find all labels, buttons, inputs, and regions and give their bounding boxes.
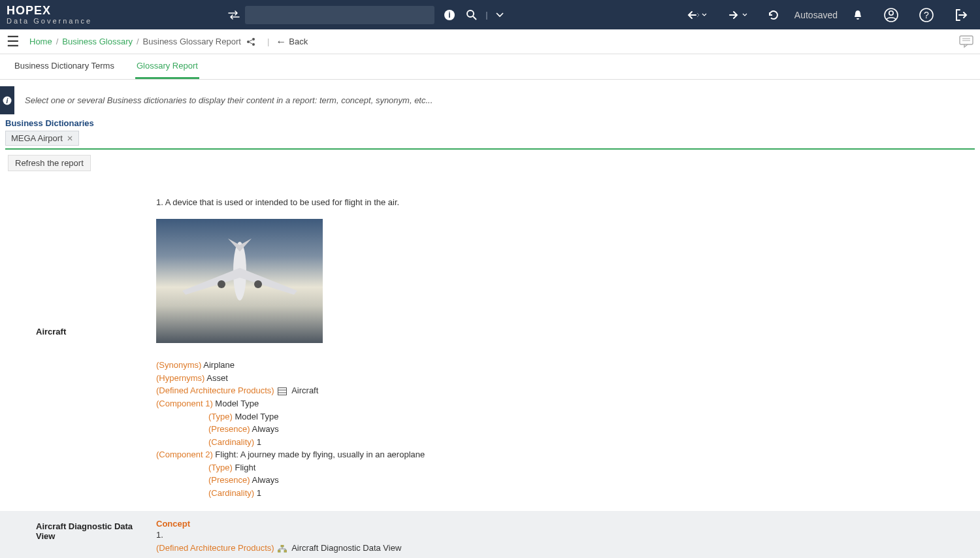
back-button[interactable]: ← Back bbox=[276, 36, 308, 48]
meta-comp1-cardinality: (Cardinality) 1 bbox=[208, 436, 971, 449]
info-icon[interactable]: i bbox=[444, 9, 455, 21]
info-banner: i Select one or several Business diction… bbox=[0, 86, 980, 114]
top-right-group: Autosaved ? bbox=[681, 7, 973, 23]
svg-line-11 bbox=[250, 40, 252, 41]
meta-component1: (Component 1) Model Type bbox=[156, 397, 971, 410]
top-bar: HOPEX Data Governance i | Autosaved bbox=[0, 0, 980, 29]
svg-rect-26 bbox=[284, 550, 287, 552]
term-definition-num: 1. bbox=[156, 529, 971, 542]
separator: | bbox=[485, 10, 487, 20]
meta-comp1-type: (Type) Model Type bbox=[208, 410, 971, 423]
undo-button[interactable] bbox=[686, 10, 707, 20]
meta-comp2-type: (Type) Flight bbox=[208, 461, 971, 474]
svg-line-12 bbox=[250, 42, 252, 44]
bell-icon[interactable] bbox=[852, 9, 864, 21]
chevron-down-icon[interactable] bbox=[496, 11, 504, 19]
report-row-aircraft: Aircraft 1. A device that is used or int… bbox=[0, 189, 980, 511]
refresh-icon[interactable] bbox=[767, 8, 780, 22]
svg-point-5 bbox=[889, 10, 893, 14]
term-definition: 1. A device that is used or intended to … bbox=[156, 197, 971, 207]
search-icon[interactable] bbox=[466, 9, 478, 21]
help-icon[interactable]: ? bbox=[919, 7, 934, 23]
breadcrumb-bar: ☰ Home / Business Glossary / Business Gl… bbox=[0, 29, 980, 54]
crumb-current: Business Glossary Report bbox=[143, 37, 241, 46]
menu-icon[interactable]: ☰ bbox=[7, 33, 20, 50]
meta-hypernyms: (Hypernyms) Asset bbox=[156, 372, 971, 385]
logo: HOPEX Data Governance bbox=[7, 5, 92, 25]
tabs: Business Dictionary Terms Glossary Repor… bbox=[0, 54, 980, 80]
meta-comp2-presence: (Presence) Always bbox=[208, 474, 971, 487]
svg-point-2 bbox=[467, 10, 474, 17]
crumb-glossary[interactable]: Business Glossary bbox=[62, 37, 133, 46]
term-detail: 1. A device that is used or intended to … bbox=[147, 189, 980, 511]
comment-icon[interactable] bbox=[959, 35, 973, 48]
hierarchy-icon bbox=[278, 542, 287, 555]
share-icon[interactable] bbox=[246, 37, 255, 46]
arrow-left-icon: ← bbox=[276, 36, 286, 48]
search-input[interactable] bbox=[245, 6, 434, 24]
back-label: Back bbox=[289, 37, 308, 46]
dictionaries-section: Business Dictionaries MEGA Airport ✕ Ref… bbox=[0, 114, 980, 176]
svg-rect-24 bbox=[281, 545, 284, 547]
svg-point-8 bbox=[252, 38, 255, 41]
glossary-report: Aircraft 1. A device that is used or int… bbox=[0, 189, 980, 558]
svg-line-3 bbox=[473, 16, 476, 20]
svg-text:i: i bbox=[7, 97, 8, 105]
redo-button[interactable] bbox=[727, 10, 747, 20]
logout-icon[interactable] bbox=[954, 8, 968, 22]
meta-dap: (Defined Architecture Products) Aircraft… bbox=[156, 542, 971, 555]
info-text: Select one or several Business dictionar… bbox=[14, 86, 443, 114]
dictionaries-heading: Business Dictionaries bbox=[5, 118, 975, 128]
crumb-sep: / bbox=[137, 37, 139, 46]
chip-remove-icon[interactable]: ✕ bbox=[67, 134, 73, 143]
report-row-diagnostic: Aircraft Diagnostic Data View Concept 1.… bbox=[0, 511, 980, 558]
chip-label: MEGA Airport bbox=[11, 133, 63, 143]
chip-mega-airport[interactable]: MEGA Airport ✕ bbox=[5, 131, 79, 146]
term-detail: Concept 1. (Defined Architecture Product… bbox=[147, 511, 980, 558]
concept-label: Concept bbox=[156, 519, 971, 529]
meta-synonyms: (Synonyms) Airplane bbox=[156, 359, 971, 372]
meta-component2: (Component 2) Flight: A journey made by … bbox=[156, 448, 971, 461]
term-name: Aircraft Diagnostic Data View bbox=[0, 511, 147, 558]
autosaved-label: Autosaved bbox=[794, 10, 838, 20]
meta-dap: (Defined Architecture Products) Aircraft bbox=[156, 384, 971, 397]
term-image bbox=[156, 219, 323, 343]
meta-comp2-cardinality: (Cardinality) 1 bbox=[208, 487, 971, 500]
meta-comp1-presence: (Presence) Always bbox=[208, 423, 971, 436]
tab-glossary-report[interactable]: Glossary Report bbox=[135, 54, 199, 79]
svg-rect-25 bbox=[278, 550, 280, 552]
info-badge-icon: i bbox=[0, 86, 14, 114]
svg-point-9 bbox=[247, 41, 250, 43]
term-name: Aircraft bbox=[0, 189, 147, 511]
refresh-report-button[interactable]: Refresh the report bbox=[8, 155, 91, 171]
logo-sub: Data Governance bbox=[7, 18, 92, 25]
svg-text:i: i bbox=[449, 10, 451, 20]
crumb-sep: / bbox=[56, 37, 59, 46]
table-icon bbox=[278, 385, 287, 398]
svg-point-19 bbox=[218, 280, 225, 288]
tab-dictionary-terms[interactable]: Business Dictionary Terms bbox=[13, 54, 116, 79]
divider: | bbox=[267, 37, 269, 46]
swap-icon[interactable] bbox=[228, 10, 240, 20]
logo-main: HOPEX bbox=[7, 5, 92, 16]
crumb-home[interactable]: Home bbox=[29, 37, 52, 46]
svg-rect-21 bbox=[278, 388, 287, 395]
svg-point-20 bbox=[254, 280, 262, 288]
svg-text:?: ? bbox=[924, 10, 929, 20]
chip-row: MEGA Airport ✕ bbox=[5, 131, 975, 150]
user-icon[interactable] bbox=[883, 7, 899, 23]
svg-point-10 bbox=[252, 43, 255, 46]
